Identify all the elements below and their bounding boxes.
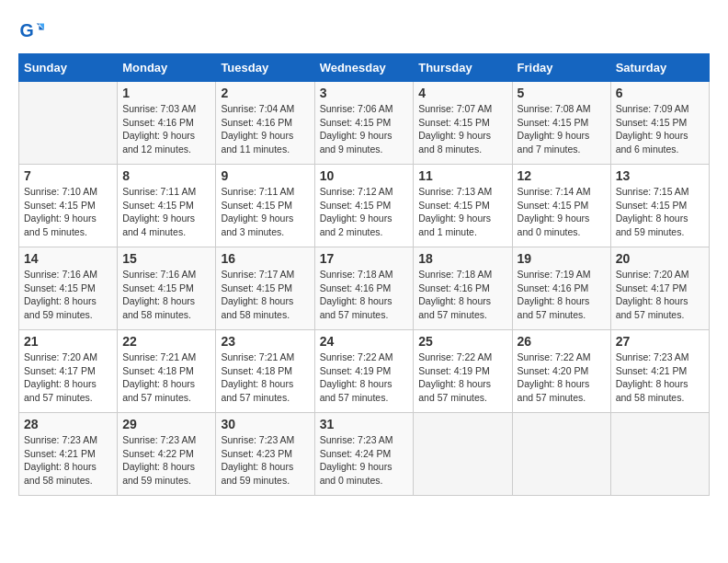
day-info: Sunrise: 7:11 AMSunset: 4:15 PMDaylight:…: [221, 185, 309, 239]
day-info: Sunrise: 7:07 AMSunset: 4:15 PMDaylight:…: [418, 102, 506, 156]
day-info: Sunrise: 7:21 AMSunset: 4:18 PMDaylight:…: [122, 350, 210, 405]
weekday-header: Friday: [512, 54, 610, 82]
day-info: Sunrise: 7:12 AMSunset: 4:15 PMDaylight:…: [320, 185, 409, 239]
day-number: 9: [221, 168, 309, 183]
day-number: 10: [320, 168, 409, 183]
calendar-cell: 25Sunrise: 7:22 AMSunset: 4:19 PMDayligh…: [414, 330, 512, 413]
day-info: Sunrise: 7:22 AMSunset: 4:19 PMDaylight:…: [320, 350, 409, 405]
day-number: 20: [616, 251, 704, 266]
calendar-cell: 10Sunrise: 7:12 AMSunset: 4:15 PMDayligh…: [314, 165, 414, 247]
day-number: 17: [320, 251, 409, 266]
calendar-cell: 16Sunrise: 7:17 AMSunset: 4:15 PMDayligh…: [216, 247, 314, 330]
day-info: Sunrise: 7:20 AMSunset: 4:17 PMDaylight:…: [616, 268, 704, 322]
day-number: 28: [24, 417, 112, 431]
calendar-cell: 2Sunrise: 7:04 AMSunset: 4:16 PMDaylight…: [216, 82, 314, 165]
day-info: Sunrise: 7:23 AMSunset: 4:24 PMDaylight:…: [320, 433, 409, 488]
calendar-cell: [414, 413, 512, 496]
calendar-cell: 27Sunrise: 7:23 AMSunset: 4:21 PMDayligh…: [610, 330, 709, 413]
day-info: Sunrise: 7:04 AMSunset: 4:16 PMDaylight:…: [221, 102, 309, 156]
day-number: 30: [221, 417, 309, 431]
day-number: 3: [320, 86, 409, 100]
calendar-cell: 23Sunrise: 7:21 AMSunset: 4:18 PMDayligh…: [216, 330, 314, 413]
weekday-header: Saturday: [610, 54, 709, 82]
day-number: 2: [221, 86, 309, 100]
day-info: Sunrise: 7:23 AMSunset: 4:23 PMDaylight:…: [221, 433, 309, 488]
calendar-cell: 19Sunrise: 7:19 AMSunset: 4:16 PMDayligh…: [512, 247, 610, 330]
calendar-cell: 30Sunrise: 7:23 AMSunset: 4:23 PMDayligh…: [216, 413, 314, 496]
day-info: Sunrise: 7:22 AMSunset: 4:19 PMDaylight:…: [418, 350, 506, 405]
logo: G: [18, 18, 48, 44]
calendar-cell: 20Sunrise: 7:20 AMSunset: 4:17 PMDayligh…: [610, 247, 709, 330]
day-info: Sunrise: 7:09 AMSunset: 4:15 PMDaylight:…: [616, 102, 704, 156]
day-info: Sunrise: 7:16 AMSunset: 4:15 PMDaylight:…: [122, 268, 210, 322]
calendar-cell: 12Sunrise: 7:14 AMSunset: 4:15 PMDayligh…: [512, 165, 610, 247]
day-number: 16: [221, 251, 309, 266]
day-number: 7: [24, 168, 112, 183]
day-info: Sunrise: 7:06 AMSunset: 4:15 PMDaylight:…: [320, 102, 409, 156]
calendar-cell: 31Sunrise: 7:23 AMSunset: 4:24 PMDayligh…: [314, 413, 414, 496]
weekday-header: Monday: [118, 54, 216, 82]
day-info: Sunrise: 7:19 AMSunset: 4:16 PMDaylight:…: [518, 268, 606, 322]
day-number: 8: [122, 168, 210, 183]
day-number: 4: [418, 86, 506, 100]
day-info: Sunrise: 7:11 AMSunset: 4:15 PMDaylight:…: [122, 185, 210, 239]
calendar-cell: 3Sunrise: 7:06 AMSunset: 4:15 PMDaylight…: [314, 82, 414, 165]
day-info: Sunrise: 7:23 AMSunset: 4:21 PMDaylight:…: [24, 433, 112, 488]
weekday-header: Thursday: [414, 54, 512, 82]
weekday-header: Tuesday: [216, 54, 314, 82]
calendar-cell: [19, 82, 118, 165]
calendar-cell: 24Sunrise: 7:22 AMSunset: 4:19 PMDayligh…: [314, 330, 414, 413]
day-number: 12: [518, 168, 606, 183]
day-number: 29: [122, 417, 210, 431]
calendar-cell: 9Sunrise: 7:11 AMSunset: 4:15 PMDaylight…: [216, 165, 314, 247]
day-number: 6: [616, 86, 704, 100]
day-number: 5: [518, 86, 606, 100]
day-number: 27: [616, 334, 704, 349]
calendar-cell: 13Sunrise: 7:15 AMSunset: 4:15 PMDayligh…: [610, 165, 709, 247]
day-info: Sunrise: 7:18 AMSunset: 4:16 PMDaylight:…: [418, 268, 506, 322]
calendar-cell: 5Sunrise: 7:08 AMSunset: 4:15 PMDaylight…: [512, 82, 610, 165]
svg-text:G: G: [19, 20, 33, 40]
calendar-cell: 26Sunrise: 7:22 AMSunset: 4:20 PMDayligh…: [512, 330, 610, 413]
day-number: 14: [24, 251, 112, 266]
day-info: Sunrise: 7:14 AMSunset: 4:15 PMDaylight:…: [518, 185, 606, 239]
day-number: 11: [418, 168, 506, 183]
calendar-cell: 15Sunrise: 7:16 AMSunset: 4:15 PMDayligh…: [118, 247, 216, 330]
calendar-cell: 17Sunrise: 7:18 AMSunset: 4:16 PMDayligh…: [314, 247, 414, 330]
calendar-cell: 14Sunrise: 7:16 AMSunset: 4:15 PMDayligh…: [19, 247, 118, 330]
calendar-cell: 21Sunrise: 7:20 AMSunset: 4:17 PMDayligh…: [19, 330, 118, 413]
day-number: 1: [122, 86, 210, 100]
calendar-cell: 28Sunrise: 7:23 AMSunset: 4:21 PMDayligh…: [19, 413, 118, 496]
day-info: Sunrise: 7:16 AMSunset: 4:15 PMDaylight:…: [24, 268, 112, 322]
calendar-cell: 18Sunrise: 7:18 AMSunset: 4:16 PMDayligh…: [414, 247, 512, 330]
day-number: 24: [320, 334, 409, 349]
day-info: Sunrise: 7:23 AMSunset: 4:21 PMDaylight:…: [616, 350, 704, 405]
calendar-cell: 7Sunrise: 7:10 AMSunset: 4:15 PMDaylight…: [19, 165, 118, 247]
day-info: Sunrise: 7:22 AMSunset: 4:20 PMDaylight:…: [518, 350, 606, 405]
calendar-cell: [512, 413, 610, 496]
calendar-week-row: 21Sunrise: 7:20 AMSunset: 4:17 PMDayligh…: [19, 330, 710, 413]
logo-icon: G: [18, 18, 44, 44]
calendar-cell: 29Sunrise: 7:23 AMSunset: 4:22 PMDayligh…: [118, 413, 216, 496]
calendar-cell: [610, 413, 709, 496]
day-number: 22: [122, 334, 210, 349]
calendar-cell: 1Sunrise: 7:03 AMSunset: 4:16 PMDaylight…: [118, 82, 216, 165]
day-info: Sunrise: 7:03 AMSunset: 4:16 PMDaylight:…: [122, 102, 210, 156]
day-number: 31: [320, 417, 409, 431]
day-info: Sunrise: 7:20 AMSunset: 4:17 PMDaylight:…: [24, 350, 112, 405]
calendar-week-row: 28Sunrise: 7:23 AMSunset: 4:21 PMDayligh…: [19, 413, 710, 496]
day-info: Sunrise: 7:10 AMSunset: 4:15 PMDaylight:…: [24, 185, 112, 239]
day-number: 23: [221, 334, 309, 349]
day-number: 21: [24, 334, 112, 349]
weekday-header-row: SundayMondayTuesdayWednesdayThursdayFrid…: [19, 54, 710, 82]
day-info: Sunrise: 7:17 AMSunset: 4:15 PMDaylight:…: [221, 268, 309, 322]
day-number: 18: [418, 251, 506, 266]
day-number: 26: [518, 334, 606, 349]
day-info: Sunrise: 7:21 AMSunset: 4:18 PMDaylight:…: [221, 350, 309, 405]
calendar-cell: 22Sunrise: 7:21 AMSunset: 4:18 PMDayligh…: [118, 330, 216, 413]
calendar-cell: 4Sunrise: 7:07 AMSunset: 4:15 PMDaylight…: [414, 82, 512, 165]
day-number: 13: [616, 168, 704, 183]
day-info: Sunrise: 7:23 AMSunset: 4:22 PMDaylight:…: [122, 433, 210, 488]
day-number: 25: [418, 334, 506, 349]
page-header: G: [18, 18, 710, 44]
